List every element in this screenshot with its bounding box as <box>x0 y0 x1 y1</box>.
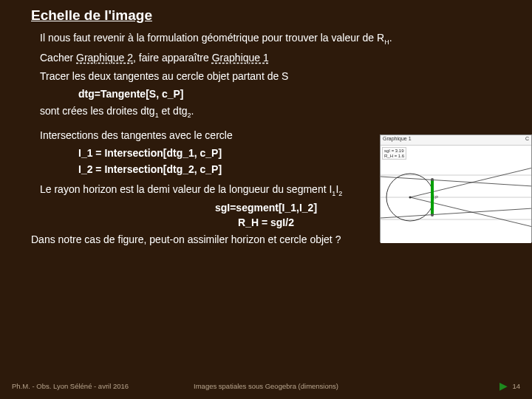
svg-point-11 <box>409 197 412 199</box>
embedded-figure: Graphique 1 C sgI = 3.19 R_H = 1.6 <box>380 134 532 242</box>
figure-topbar: Graphique 1 C <box>381 135 531 146</box>
figure-algebra: sgI = 3.19 R_H = 1.6 <box>382 147 406 160</box>
dtg-res-c: . <box>191 105 194 117</box>
svg-point-10 <box>431 214 434 216</box>
figure-svg: P <box>381 146 531 243</box>
svg-point-9 <box>431 178 434 181</box>
dtg-res-b: et dtg <box>159 105 188 117</box>
page-number-group: ▶ 14 <box>499 380 520 392</box>
svg-line-7 <box>381 208 531 218</box>
sub-2b: 2 <box>338 189 342 197</box>
intro-line: Il nous faut revenir à la formulation gé… <box>40 31 520 47</box>
page-number: 14 <box>512 382 520 390</box>
dtg-res-a: sont crées les droites dtg <box>40 105 155 117</box>
graphique-1: Graphique 1 <box>212 52 269 64</box>
footer: Ph.M. - Obs. Lyon Séléné - avril 2016 Im… <box>0 380 532 392</box>
figure-tab: Graphique 1 <box>383 136 412 144</box>
intro-text-a: Il nous faut revenir à la formulation gé… <box>40 32 384 44</box>
cacher-line: Cacher Graphique 2, faire apparaître Gra… <box>40 51 520 65</box>
intro-text-b: . <box>389 32 392 44</box>
graphique-2: Graphique 2 <box>76 52 133 64</box>
svg-line-6 <box>381 177 531 186</box>
footer-left: Ph.M. - Obs. Lyon Séléné - avril 2016 <box>12 382 129 390</box>
next-arrow-icon[interactable]: ▶ <box>499 380 508 392</box>
svg-text:P: P <box>435 195 438 200</box>
cacher-a: Cacher <box>40 52 76 64</box>
figure-close-icon: C <box>525 136 529 144</box>
alg-sgi: sgI = 3.19 <box>384 149 404 154</box>
code-dtg: dtg=Tangente[S, c_P] <box>78 88 520 100</box>
footer-center: Images spatiales sous Geogebra (dimensio… <box>194 382 338 390</box>
alg-rh: R_H = 1.6 <box>384 154 404 159</box>
dtg-result-line: sont crées les droites dtg1 et dtg2. <box>40 104 520 120</box>
figure-body: sgI = 3.19 R_H = 1.6 P <box>381 146 531 243</box>
rayon-a: Le rayon horizon est la demi valeur de l… <box>40 183 332 195</box>
slide-title: Echelle de l'image <box>31 7 520 24</box>
tracer-line: Tracer les deux tangentes au cercle obje… <box>40 69 520 83</box>
cacher-b: , faire apparaître <box>133 52 212 64</box>
